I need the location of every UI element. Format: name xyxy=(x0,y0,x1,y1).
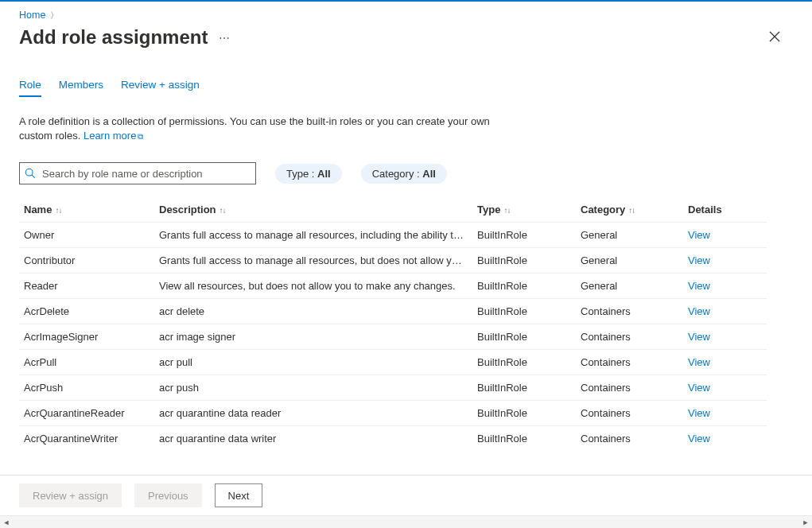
filter-category-value: All xyxy=(422,168,436,180)
view-details-link[interactable]: View xyxy=(688,280,710,292)
breadcrumb: Home 〉 xyxy=(0,2,812,23)
cell-description: View all resources, but does not allow y… xyxy=(159,280,477,292)
cell-category: Containers xyxy=(581,305,688,317)
search-input[interactable] xyxy=(41,167,251,181)
cell-name: Owner xyxy=(24,229,159,241)
sort-icon: ↑↓ xyxy=(628,206,635,215)
cell-description: acr quarantine data reader xyxy=(159,407,477,419)
cell-description: acr quarantine data writer xyxy=(159,433,477,445)
cell-name: Reader xyxy=(24,280,159,292)
cell-category: Containers xyxy=(581,382,688,394)
view-details-link[interactable]: View xyxy=(688,356,710,368)
view-details-link[interactable]: View xyxy=(688,254,710,266)
cell-name: AcrPush xyxy=(24,382,159,394)
footer-bar: Review + assign Previous Next xyxy=(0,475,812,515)
filter-type-value: All xyxy=(317,168,331,180)
table-row[interactable]: AcrImageSigneracr image signerBuiltInRol… xyxy=(19,324,767,349)
tab-role[interactable]: Role xyxy=(19,76,41,97)
cell-type: BuiltInRole xyxy=(477,331,581,343)
cell-name: AcrQuarantineReader xyxy=(24,407,159,419)
filter-category-pill[interactable]: Category : All xyxy=(361,164,447,184)
close-icon[interactable] xyxy=(764,26,785,50)
cell-category: Containers xyxy=(581,331,688,343)
external-link-icon: ⧉ xyxy=(138,132,143,141)
table-row[interactable]: AcrPullacr pullBuiltInRoleContainersView xyxy=(19,349,767,375)
page-title: Add role assignment xyxy=(19,26,208,49)
svg-point-0 xyxy=(25,169,33,177)
sort-icon: ↑↓ xyxy=(55,206,61,215)
cell-type: BuiltInRole xyxy=(477,382,581,394)
more-actions-button[interactable]: ⋯ xyxy=(216,29,235,48)
horizontal-scrollbar[interactable]: ◄ ► xyxy=(0,515,812,528)
cell-category: General xyxy=(581,229,688,241)
col-header-name[interactable]: Name↑↓ xyxy=(24,204,159,215)
previous-button: Previous xyxy=(134,483,202,507)
cell-name: AcrPull xyxy=(24,356,159,368)
table-row[interactable]: AcrPushacr pushBuiltInRoleContainersView xyxy=(19,375,767,400)
view-details-link[interactable]: View xyxy=(688,331,710,343)
cell-category: Containers xyxy=(581,433,688,445)
view-details-link[interactable]: View xyxy=(688,305,710,317)
col-header-category[interactable]: Category↑↓ xyxy=(581,204,688,215)
table-row[interactable]: ReaderView all resources, but does not a… xyxy=(19,273,767,298)
sort-icon: ↑↓ xyxy=(503,206,510,215)
cell-type: BuiltInRole xyxy=(477,280,581,292)
table-row[interactable]: OwnerGrants full access to manage all re… xyxy=(19,222,767,247)
tab-review-assign[interactable]: Review + assign xyxy=(121,76,200,97)
cell-name: AcrDelete xyxy=(24,305,159,317)
view-details-link[interactable]: View xyxy=(688,433,710,445)
roles-table: Name↑↓ Description↑↓ Type↑↓ Category↑↓ D… xyxy=(19,197,767,451)
cell-type: BuiltInRole xyxy=(477,229,581,241)
cell-name: Contributor xyxy=(24,254,159,266)
cell-type: BuiltInRole xyxy=(477,254,581,266)
chevron-right-icon: 〉 xyxy=(50,10,59,20)
col-header-description[interactable]: Description↑↓ xyxy=(159,204,477,215)
view-details-link[interactable]: View xyxy=(688,382,710,394)
sort-icon: ↑↓ xyxy=(220,206,226,215)
table-row[interactable]: AcrQuarantineWriteracr quarantine data w… xyxy=(19,425,767,451)
cell-description: acr delete xyxy=(159,305,477,317)
filter-type-pill[interactable]: Type : All xyxy=(275,164,342,184)
next-button[interactable]: Next xyxy=(215,483,263,507)
cell-type: BuiltInRole xyxy=(477,407,581,419)
svg-line-1 xyxy=(32,175,35,178)
review-assign-button: Review + assign xyxy=(19,483,122,507)
search-input-container[interactable] xyxy=(19,162,256,184)
cell-type: BuiltInRole xyxy=(477,356,581,368)
view-details-link[interactable]: View xyxy=(688,229,710,241)
filter-type-label: Type : xyxy=(286,168,317,180)
cell-type: BuiltInRole xyxy=(477,433,581,445)
description-text: A role definition is a collection of per… xyxy=(19,115,512,143)
cell-description: Grants full access to manage all resourc… xyxy=(159,229,477,241)
filter-category-label: Category : xyxy=(372,168,423,180)
table-row[interactable]: AcrQuarantineReaderacr quarantine data r… xyxy=(19,400,767,425)
view-details-link[interactable]: View xyxy=(688,407,710,419)
cell-category: Containers xyxy=(581,407,688,419)
cell-description: acr pull xyxy=(159,356,477,368)
col-header-type[interactable]: Type↑↓ xyxy=(477,204,581,215)
col-header-details: Details xyxy=(688,204,767,215)
cell-category: Containers xyxy=(581,356,688,368)
tab-bar: Role Members Review + assign xyxy=(19,76,793,97)
cell-category: General xyxy=(581,280,688,292)
scroll-right-icon[interactable]: ► xyxy=(799,516,812,528)
scroll-left-icon[interactable]: ◄ xyxy=(0,516,13,528)
cell-name: AcrQuarantineWriter xyxy=(24,433,159,445)
table-row[interactable]: ContributorGrants full access to manage … xyxy=(19,247,767,273)
tab-members[interactable]: Members xyxy=(59,76,103,97)
table-header-row: Name↑↓ Description↑↓ Type↑↓ Category↑↓ D… xyxy=(19,197,767,222)
cell-description: Grants full access to manage all resourc… xyxy=(159,254,477,266)
search-icon xyxy=(25,168,36,179)
breadcrumb-home[interactable]: Home xyxy=(19,10,45,21)
cell-name: AcrImageSigner xyxy=(24,331,159,343)
cell-category: General xyxy=(581,254,688,266)
content-scroll[interactable]: Role Members Review + assign A role defi… xyxy=(0,52,812,475)
learn-more-link[interactable]: Learn more⧉ xyxy=(84,130,143,142)
cell-type: BuiltInRole xyxy=(477,305,581,317)
cell-description: acr image signer xyxy=(159,331,477,343)
cell-description: acr push xyxy=(159,382,477,394)
table-row[interactable]: AcrDeleteacr deleteBuiltInRoleContainers… xyxy=(19,298,767,324)
